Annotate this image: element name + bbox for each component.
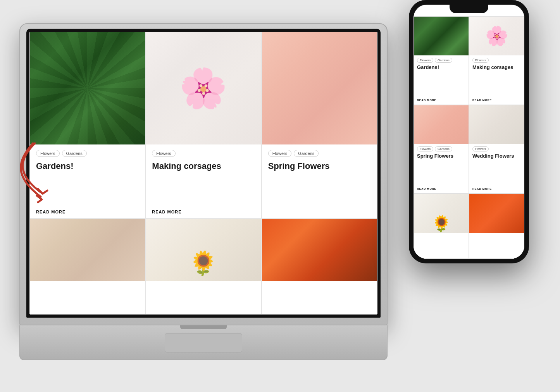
ph-card-title-spring: Spring Flowers [417, 153, 465, 160]
ph-tag-row-wedding: Flowers [472, 146, 521, 151]
ph-card-title-wedding: Wedding Flowers [472, 153, 521, 160]
peony-image [262, 32, 377, 144]
card-content-gardens: Flowers Gardens Gardens! READ MORE [30, 144, 145, 218]
ph-read-more-gardens[interactable]: READ MORE [417, 99, 465, 101]
ph-card-image-corsages [469, 17, 524, 55]
rose-image [146, 32, 261, 144]
phone-card-spring: Flowers Gardens Spring Flowers READ MORE [414, 105, 469, 194]
tag-flowers-1[interactable]: Flowers [36, 150, 60, 157]
ph-card-title-corsages: Making corsages [472, 64, 521, 71]
laptop-trackpad [165, 333, 242, 352]
laptop-body: Flowers Gardens Gardens! READ MORE [19, 23, 388, 325]
read-more-gardens[interactable]: READ MORE [36, 210, 139, 214]
blog-card-cream [29, 218, 145, 315]
read-more-corsages[interactable]: READ MORE [152, 210, 255, 214]
card-image-corsages [146, 32, 261, 144]
card-image-sunflower [146, 219, 261, 281]
ph-read-more-corsages[interactable]: READ MORE [472, 99, 521, 101]
ph-card-content-gardens: Flowers Gardens Gardens! READ MORE [414, 55, 469, 105]
ph-bouquet-image [414, 194, 469, 233]
tag-flowers-2[interactable]: Flowers [152, 150, 176, 157]
ph-tag-row-spring: Flowers Gardens [417, 146, 465, 151]
phone-card-orange [469, 194, 524, 259]
blog-card-corsages: Flowers Making corsages READ MORE [145, 32, 261, 218]
card-image-cream [30, 219, 145, 281]
blog-grid: Flowers Gardens Gardens! READ MORE [29, 32, 377, 315]
phone-blog-grid: Flowers Gardens Gardens! READ MORE Fl [414, 5, 524, 259]
ph-tag-flowers-2[interactable]: Flowers [472, 58, 489, 63]
ph-orange-image [469, 194, 524, 233]
ph-tag-row-corsages: Flowers [472, 58, 521, 63]
ph-card-image-gardens [414, 17, 469, 55]
leaves-image [30, 32, 145, 144]
card-content-spring: Flowers Gardens Spring Flowers [262, 144, 377, 218]
phone-card-wedding: Flowers Wedding Flowers READ MORE [469, 105, 524, 194]
phone-screen: Flowers Gardens Gardens! READ MORE Fl [414, 5, 524, 259]
ph-card-content-wedding: Flowers Wedding Flowers READ MORE [469, 144, 524, 193]
phone-notch [450, 5, 488, 13]
phone-card-corsages: Flowers Making corsages READ MORE [469, 16, 524, 105]
card-content-corsages: Flowers Making corsages READ MORE [146, 144, 261, 218]
phone-card-gardens: Flowers Gardens Gardens! READ MORE [414, 16, 469, 105]
ph-card-image-bouquet [414, 194, 469, 233]
phone-card-bouquet [414, 194, 469, 259]
card-title-gardens: Gardens! [36, 161, 139, 172]
ph-white-flowers-image [469, 105, 524, 144]
tag-row-gardens: Flowers Gardens [36, 150, 139, 157]
ph-read-more-spring[interactable]: READ MORE [417, 187, 465, 190]
tag-row-spring: Flowers Gardens [268, 150, 371, 157]
ph-card-title-gardens: Gardens! [417, 64, 465, 71]
ph-card-image-wedding [469, 105, 524, 144]
ph-peony-image [414, 105, 469, 144]
tag-gardens-1[interactable]: Gardens [62, 150, 87, 157]
laptop-base [19, 325, 388, 360]
blog-card-sunflower [145, 218, 261, 315]
ph-card-content-corsages: Flowers Making corsages READ MORE [469, 55, 524, 105]
ph-leaves-image [414, 17, 469, 55]
laptop-bezel: Flowers Gardens Gardens! READ MORE [26, 29, 381, 318]
card-image-spring [262, 32, 377, 144]
phone-device: Flowers Gardens Gardens! READ MORE Fl [409, 0, 529, 263]
orange-flower-image [262, 219, 377, 281]
ph-tag-row-gardens: Flowers Gardens [417, 58, 465, 63]
tag-gardens-3[interactable]: Gardens [294, 150, 319, 157]
cream-flowers-image [30, 219, 145, 281]
laptop-device: Flowers Gardens Gardens! READ MORE [19, 23, 388, 360]
ph-card-image-orange [469, 194, 524, 233]
blog-card-spring: Flowers Gardens Spring Flowers [262, 32, 377, 218]
ph-tag-flowers-3[interactable]: Flowers [417, 146, 433, 151]
tag-flowers-3[interactable]: Flowers [268, 150, 292, 157]
ph-read-more-wedding[interactable]: READ MORE [472, 187, 521, 190]
ph-tag-gardens-1[interactable]: Gardens [435, 58, 452, 63]
card-title-spring: Spring Flowers [268, 161, 371, 172]
laptop-hinge [180, 325, 227, 329]
card-image-orange [262, 219, 377, 281]
ph-tag-flowers-1[interactable]: Flowers [417, 58, 433, 63]
card-title-corsages: Making corsages [152, 161, 255, 172]
ph-tag-flowers-4[interactable]: Flowers [472, 146, 489, 151]
laptop-screen: Flowers Gardens Gardens! READ MORE [29, 32, 377, 315]
blog-card-orange [262, 218, 377, 315]
tag-row-corsages: Flowers [152, 150, 255, 157]
ph-card-image-spring [414, 105, 469, 144]
ph-card-content-spring: Flowers Gardens Spring Flowers READ MORE [414, 144, 469, 193]
scene: Flowers Gardens Gardens! READ MORE [0, 0, 560, 392]
ph-corsage-image [469, 17, 524, 55]
sunflower-image [146, 219, 261, 281]
ph-tag-gardens-3[interactable]: Gardens [435, 146, 452, 151]
card-image-gardens [30, 32, 145, 144]
blog-card-gardens: Flowers Gardens Gardens! READ MORE [29, 32, 145, 218]
